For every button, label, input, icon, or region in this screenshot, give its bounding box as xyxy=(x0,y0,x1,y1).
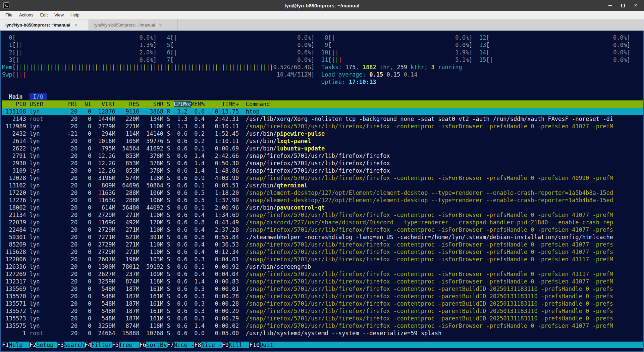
column-header-ni[interactable]: NI xyxy=(81,101,95,107)
menu-item-file[interactable]: File xyxy=(2,11,16,19)
process-row[interactable]: 12028 lyn 20 0 3196M 574M 118M S 0.6 0.9… xyxy=(2,174,643,182)
load-15min: 0.14 xyxy=(404,71,418,78)
process-row[interactable]: 2791 lyn 20 0 12.2G 853M 378M S 0.6 1.4 … xyxy=(2,152,643,160)
terminal-screen[interactable]: 0[ 0.0%] 4[| 0.6%] 8[| 0.6%] 12[ 0.0%] 1… xyxy=(0,31,644,352)
process-virt: 2607M xyxy=(95,256,115,263)
fn-f5-tree[interactable]: Tree xyxy=(119,342,139,348)
process-row[interactable]: 18062 lyn 20 0 614M 56480 44092 S 0.6 0.… xyxy=(2,204,643,211)
process-command: /snap/firefox/5701/usr/lib/firefox/firef… xyxy=(246,241,613,248)
column-header-pri[interactable]: PRI xyxy=(67,101,81,107)
screen-tab-main[interactable]: Main xyxy=(5,93,26,100)
cpu-meter-label: 12 xyxy=(476,34,486,41)
process-command: /snap/firefox/5701/usr/lib/firefox/firef… xyxy=(246,167,390,174)
menu-item-edit[interactable]: Edit xyxy=(37,11,51,19)
screen-tab-io[interactable]: I/O xyxy=(30,93,47,100)
cpu-meter-value: 0.0% xyxy=(490,42,627,48)
tasks-count: 175 xyxy=(345,64,356,71)
process-row[interactable]: 132317 lyn 20 0 3259M 874M 118M S 0.6 1.… xyxy=(2,278,643,285)
process-row[interactable]: 2614 lyn 20 0 1016M 105M 59776 S 0.6 0.2… xyxy=(2,137,643,145)
process-command: /snap/firefox/5701/usr/lib/firefox/firef… xyxy=(246,278,613,285)
process-pid: 117989 xyxy=(2,123,30,130)
process-row[interactable]: 135570 lyn 20 0 548M 187M 161M S 0.6 0.3… xyxy=(2,293,643,300)
cpu-meter-value: 0.6% xyxy=(335,34,469,41)
process-row[interactable]: 13162 lyn 20 0 809M 64696 50864 S 0.6 0.… xyxy=(2,182,643,189)
process-pid: 122006 xyxy=(2,256,30,263)
menu-item-actions[interactable]: Actions xyxy=(16,11,37,19)
process-row[interactable]: 17276 lyn 20 0 1163G 288M 106M S 0.6 0.5… xyxy=(2,196,643,204)
fn-f9-kill[interactable]: Kill xyxy=(229,342,249,348)
process-row[interactable]: 135571 lyn 20 0 548M 187M 161M S 0.6 0.3… xyxy=(2,300,643,307)
process-command-basename: lubuntu-update xyxy=(277,145,325,152)
fn-f2-setup[interactable]: Setup xyxy=(36,342,57,348)
fn-key-f6: F6 xyxy=(140,342,146,348)
close-button[interactable]: × xyxy=(632,2,639,9)
process-row[interactable]: 2143 root 20 0 1444M 220M 134M S 1.3 0.4… xyxy=(2,115,643,123)
process-row[interactable]: 2930 lyn 20 0 12.2G 853M 378M S 0.6 1.4 … xyxy=(2,160,643,167)
process-row[interactable]: 117989 lyn 20 0 2729M 271M 110M S 1.3 0.… xyxy=(2,123,643,130)
column-header-pid[interactable]: PID xyxy=(2,101,30,107)
maximize-button[interactable] xyxy=(619,2,627,9)
process-virt: 795M xyxy=(95,145,115,152)
column-header-time[interactable]: TIME+ xyxy=(208,101,246,107)
fn-f8-nice[interactable]: Nice + xyxy=(201,342,222,348)
process-pid: 126336 xyxy=(2,263,30,270)
process-row[interactable]: 135573 lyn 20 0 548M 187M 161M S 0.6 0.3… xyxy=(2,315,643,322)
column-header-user[interactable]: USER xyxy=(30,101,67,107)
process-virt: 548M xyxy=(95,315,115,322)
process-row[interactable]: 59301 lyn 20 0 7271M 521M 391M S 0.6 0.8… xyxy=(2,233,643,241)
terminal-tab-2[interactable]: lyn@lyn-b850mprors: ~/manual× xyxy=(89,19,178,30)
column-header-state[interactable]: S xyxy=(167,101,173,107)
process-row[interactable]: 1 root 20 0 24664 15888 10768 S 0.6 0.0 … xyxy=(2,329,643,337)
tab-close-icon[interactable]: × xyxy=(159,22,162,28)
process-row[interactable]: 122006 lyn 20 0 2607M 196M 103M S 0.6 0.… xyxy=(2,256,643,263)
process-row[interactable]: 127269 lyn 20 0 2627M 237M 109M S 0.6 0.… xyxy=(2,270,643,278)
process-row[interactable]: 2432 lyn -21 0 294M 114M 14140 S 0.6 0.2… xyxy=(2,130,643,137)
process-row[interactable]: 135569 lyn 20 0 548M 187M 161M S 0.6 0.3… xyxy=(2,285,643,293)
column-header-virt[interactable]: VIRT xyxy=(95,101,119,107)
uptime-row: Uptime: 17:10:13 xyxy=(2,78,643,86)
menu-item-view[interactable]: View xyxy=(51,11,67,19)
minimize-button[interactable] xyxy=(606,2,614,9)
menu-item-help[interactable]: Help xyxy=(67,11,83,19)
tab-close-icon[interactable]: × xyxy=(74,22,77,28)
process-row[interactable]: 115628 lyn 20 0 2729M 271M 110M S 0.6 0.… xyxy=(2,248,643,256)
fn-f3-search[interactable]: Search xyxy=(64,342,84,348)
process-command: /snap/firefox/5701/usr/lib/firefox/firef… xyxy=(246,271,613,277)
column-header-command[interactable]: Command xyxy=(246,101,270,107)
column-header-res[interactable]: RES xyxy=(119,101,143,107)
process-user: lyn xyxy=(30,249,67,255)
fn-f4-filter[interactable]: Filter xyxy=(91,342,112,348)
process-row[interactable]: 22039 lyn 20 0 1169G 492M 170M S 0.6 0.8… xyxy=(2,219,643,226)
fn-f7-nice[interactable]: Nice - xyxy=(174,342,194,348)
process-row[interactable]: 2622 lyn 20 0 795M 54564 41692 S 0.6 0.1… xyxy=(2,145,643,152)
process-row[interactable]: 135108 lyn 20 0 12876 9116 3868 R 3.2 0.… xyxy=(2,108,643,115)
tasks-kthreads: 259 xyxy=(397,64,407,71)
blank-row xyxy=(2,86,643,93)
process-user: lyn xyxy=(30,123,67,130)
process-virt: 12.2G xyxy=(95,160,115,167)
process-virt: 24664 xyxy=(95,330,115,337)
fn-f10-quit[interactable]: Quit xyxy=(260,342,280,348)
process-row[interactable]: 85209 lyn 20 0 2729M 271M 110M S 0.6 0.4… xyxy=(2,241,643,248)
column-header-mem[interactable]: MEM% xyxy=(191,101,208,107)
fn-f6-sortby[interactable]: SortBy xyxy=(146,342,167,348)
fn-f1-help[interactable]: Help xyxy=(9,342,29,348)
process-row[interactable]: 135572 lyn 20 0 548M 187M 161M S 0.6 0.3… xyxy=(2,307,643,315)
large-number-highlight: 1 xyxy=(98,219,102,226)
process-row[interactable]: 126336 lyn 20 0 1300M 78012 59192 S 0.6 … xyxy=(2,263,643,270)
terminal-tab-1[interactable]: lyn@lyn-b850mprors: ~/manual× xyxy=(0,19,89,30)
cpu-meter-value: 1.9% xyxy=(338,49,469,56)
cpu-meter-row: 2[|| 2.0%] 6[| 0.6%] 10[|| 1.9%] 14[ 0.0… xyxy=(2,49,643,56)
process-row[interactable]: 21134 lyn 20 0 2729M 271M 110M S 0.6 0.4… xyxy=(2,211,643,219)
process-row[interactable]: 22484 lyn 20 0 2729M 271M 110M S 0.6 0.4… xyxy=(2,226,643,233)
column-header-shr[interactable]: SHR xyxy=(143,101,167,107)
load-1min: 0.15 xyxy=(369,71,386,78)
process-row[interactable]: 135575 lyn 20 0 3259M 874M 118M S 0.6 1.… xyxy=(2,322,643,329)
swap-meter-value: 10.4M/512M xyxy=(26,71,311,78)
process-user: lyn xyxy=(30,197,67,204)
column-header-cpu-sort[interactable]: CPU%▽ xyxy=(174,101,191,107)
process-pid: 135572 xyxy=(2,308,30,314)
process-row[interactable]: 3109 lyn 20 0 12.2G 853M 378M S 0.6 1.4 … xyxy=(2,167,643,174)
process-command-path: /usr/bin/ xyxy=(246,182,277,189)
process-row[interactable]: 17220 lyn 20 0 1163G 288M 106M S 0.6 0.5… xyxy=(2,189,643,196)
